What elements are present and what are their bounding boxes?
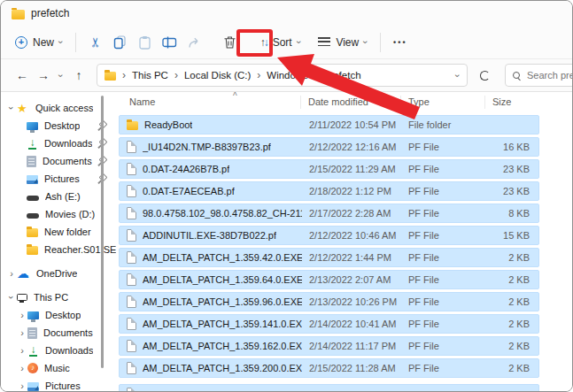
sidebar-item-downloads[interactable]: ↓Downloads xyxy=(1,135,116,152)
new-button-label: New xyxy=(33,36,54,49)
sidebar-section-onedrive[interactable]: ›☁OneDrive xyxy=(1,265,116,282)
chevron-collapsed-icon[interactable]: › xyxy=(6,268,17,279)
pictures-icon xyxy=(27,175,38,184)
file-name-cell: AM_DELTA_PATCH_1.359.96.0.EXE-B77DF... xyxy=(127,296,302,308)
sidebar-item-documents[interactable]: Documents xyxy=(1,152,116,170)
music-icon: ♪ xyxy=(27,363,38,373)
refresh-icon xyxy=(480,71,490,81)
chevron-collapsed-icon[interactable]: › xyxy=(17,327,27,338)
sidebar-item-label: Downloads xyxy=(44,138,92,149)
chevron-expanded-icon[interactable]: › xyxy=(6,103,17,113)
sidebar-item-documents[interactable]: ›Documents xyxy=(1,324,116,342)
sidebar-item-pictures[interactable]: ›Pictures xyxy=(1,377,116,392)
downloads-icon: ↓ xyxy=(27,138,38,150)
file-name: 0.DAT-24A26B7B.pf xyxy=(143,164,229,174)
sidebar-item-label: Music xyxy=(44,363,70,373)
file-icon xyxy=(127,318,136,330)
paste-button[interactable] xyxy=(133,29,158,56)
sidebar-item-label: Desktop xyxy=(45,310,81,320)
column-header-date[interactable]: Date modified xyxy=(300,96,400,109)
recent-locations-button[interactable]: › xyxy=(54,64,68,87)
column-header-name[interactable]: Name ^ xyxy=(119,96,300,109)
new-plus-icon: + xyxy=(15,36,27,49)
share-button[interactable] xyxy=(182,29,207,56)
file-row[interactable]: 0.DAT-E7AECEAB.pf2/18/2022 1:12 PMPF Fil… xyxy=(119,181,539,201)
file-row[interactable]: ADDINUTIL.EXE-38D7B022.pf2/12/2022 10:46… xyxy=(119,226,539,245)
file-row[interactable]: ReadyBoot2/11/2022 10:54 PMFile folder xyxy=(119,115,539,135)
breadcrumb-item[interactable]: Windows xyxy=(267,70,308,81)
sidebar-item-desktop[interactable]: Desktop xyxy=(1,117,116,135)
sidebar-item-movies-d-[interactable]: Movies (D:) xyxy=(1,205,116,223)
file-row[interactable]: AM_DELTA_PATCH_1.359.162.0.EX-37DF2...2/… xyxy=(119,336,539,356)
breadcrumb-item[interactable]: prefetch xyxy=(324,70,361,81)
file-row[interactable]: AM_DELTA_PATCH_1.359.141.0.EX-0995F9...2… xyxy=(119,314,539,334)
drive-icon xyxy=(27,213,39,219)
sidebar-section-this-pc[interactable]: ›This PC xyxy=(1,288,116,306)
file-type: PF File xyxy=(401,186,485,196)
column-header-size[interactable]: Size xyxy=(484,96,539,109)
forward-button[interactable]: → xyxy=(33,64,54,87)
cut-button[interactable]: ✂ xyxy=(83,29,108,56)
toolbar-divider xyxy=(75,33,76,52)
copy-button[interactable] xyxy=(108,29,133,56)
refresh-button[interactable] xyxy=(473,64,496,87)
view-button[interactable]: View › xyxy=(313,29,372,56)
file-date: 2/14/2022 10:41 AM xyxy=(302,319,401,329)
breadcrumb-separator-icon: › xyxy=(257,69,260,81)
sidebar-item-pictures[interactable]: Pictures xyxy=(1,170,116,188)
breadcrumb[interactable]: ›This PC›Local Disk (C:)›Windows›prefetc… xyxy=(97,64,468,87)
address-dropdown-icon[interactable]: › xyxy=(453,73,463,77)
more-options-button[interactable]: ••• xyxy=(388,29,413,56)
sidebar-section-label: Quick access xyxy=(35,103,93,113)
chevron-expanded-icon[interactable]: › xyxy=(6,292,17,303)
back-button[interactable]: ← xyxy=(12,64,33,87)
chevron-collapsed-icon[interactable]: › xyxy=(17,310,27,320)
sidebar-item-label: New folder xyxy=(44,227,91,237)
file-name-cell: AM_DELTA_PATCH_1.359.162.0.EX-37DF2... xyxy=(127,340,302,352)
sidebar-gap xyxy=(1,282,116,288)
downloads-icon: ↓ xyxy=(27,345,39,357)
sidebar-section-quick-access[interactable]: ›★Quick access xyxy=(1,99,116,117)
file-date: 2/18/2022 1:12 PM xyxy=(302,186,401,196)
up-button[interactable]: ↑ xyxy=(68,64,89,87)
breadcrumb-item[interactable]: This PC xyxy=(132,70,168,81)
file-name: 98.0.4758.102_98.0.4758.82_CH-21108FD... xyxy=(143,208,302,219)
sidebar-item-ash-e-[interactable]: Ash (E:) xyxy=(1,188,116,205)
file-row[interactable]: AM_DELTA_PATCH_1.359.200.0.EX-056C6...2/… xyxy=(119,358,539,378)
file-size: 2 KB xyxy=(485,252,538,263)
file-row[interactable]: AM_DELTA_PATCH_1.359.42.0.EXE-82479E...2… xyxy=(119,248,539,267)
chevron-collapsed-icon[interactable]: › xyxy=(17,380,27,391)
sidebar-item-label: Desktop xyxy=(44,120,80,131)
file-name-cell: _IU14D2N.TMP-B8397B23.pf xyxy=(127,141,302,153)
file-row[interactable]: AM_DELTA_PATCH_1.359.64.0.EXE-319061...2… xyxy=(119,270,539,289)
file-type: PF File xyxy=(401,164,485,174)
file-row-partial[interactable] xyxy=(119,384,539,392)
chevron-collapsed-icon[interactable]: › xyxy=(17,345,27,356)
rename-button[interactable] xyxy=(158,29,182,56)
sidebar-item-new-folder[interactable]: New folder xyxy=(1,223,116,241)
sidebar-item-label: Ash (E:) xyxy=(45,191,81,202)
sidebar-item-label: Pictures xyxy=(44,173,80,184)
breadcrumb-item[interactable]: Local Disk (C:) xyxy=(184,70,251,81)
search-input[interactable]: Search prefetch xyxy=(505,64,573,87)
file-row[interactable]: 98.0.4758.102_98.0.4758.82_CH-21108FD...… xyxy=(119,204,539,223)
file-type: PF File xyxy=(401,252,485,263)
file-type: PF File xyxy=(401,208,485,219)
sidebar-scrollbar[interactable] xyxy=(101,96,104,368)
sidebar-item-reacher-s01-sea[interactable]: Reacher.S01.SEA xyxy=(1,241,116,258)
new-button[interactable]: + New › xyxy=(10,29,68,56)
file-row[interactable]: _IU14D2N.TMP-B8397B23.pf2/12/2022 12:16 … xyxy=(119,137,539,157)
sidebar-item-desktop[interactable]: ›Desktop xyxy=(1,306,116,324)
file-icon xyxy=(127,362,136,374)
sidebar-item-downloads[interactable]: ›↓Downloads xyxy=(1,342,116,359)
chevron-collapsed-icon[interactable]: › xyxy=(17,363,27,373)
sidebar-item-music[interactable]: ›♪Music xyxy=(1,359,116,377)
file-name-cell: AM_DELTA_PATCH_1.359.200.0.EX-056C6... xyxy=(127,362,302,374)
file-type: PF File xyxy=(401,274,485,285)
file-row[interactable]: AM_DELTA_PATCH_1.359.96.0.EXE-B77DF...2/… xyxy=(119,292,539,311)
file-date: 2/15/2022 11:29 AM xyxy=(302,164,401,174)
documents-icon xyxy=(27,156,36,167)
file-row[interactable]: 0.DAT-24A26B7B.pf2/15/2022 11:29 AMPF Fi… xyxy=(119,159,539,179)
rename-icon xyxy=(162,36,177,49)
column-header-type[interactable]: Type xyxy=(400,96,484,109)
